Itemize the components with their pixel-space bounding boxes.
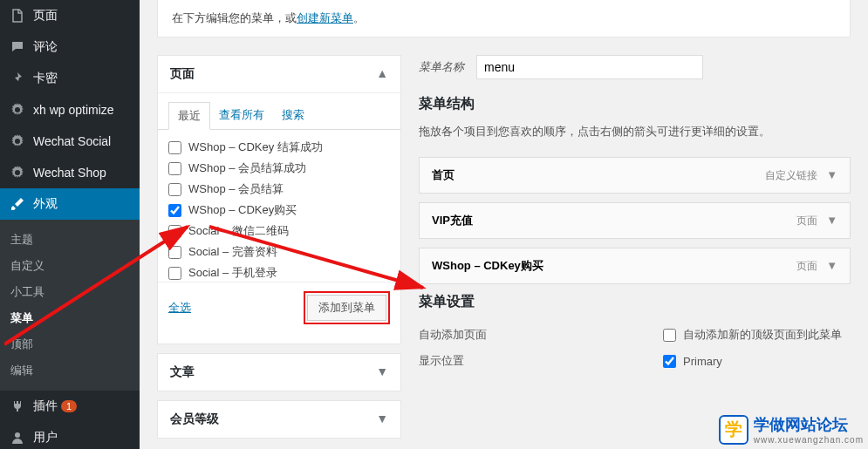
sidebar-item[interactable]: 评论 <box>0 31 140 63</box>
select-all-link[interactable]: 全选 <box>168 300 191 316</box>
page-label: WShop – CDKey购买 <box>188 202 297 218</box>
auto-add-label: 自动添加页面 <box>419 327 663 343</box>
sidebar-sub-item[interactable]: 编辑 <box>0 357 140 384</box>
chat-icon <box>9 38 26 56</box>
sidebar-sub-item[interactable]: 主题 <box>0 227 140 253</box>
menu-item-title: 首页 <box>432 167 455 183</box>
sidebar-item[interactable]: 页面 <box>0 0 140 31</box>
left-column: 页面 ▲ 最近查看所有搜索 WShop – CDKey 结算成功WShop – … <box>157 55 401 447</box>
structure-desc: 拖放各个项目到您喜欢的顺序，点击右侧的箭头可进行更详细的设置。 <box>419 124 851 139</box>
watermark-logo: 学 <box>719 415 748 445</box>
position-label: 显示位置 <box>419 353 663 369</box>
add-to-menu-button[interactable]: 添加到菜单 <box>307 295 386 321</box>
file-icon <box>9 7 26 24</box>
sidebar-item[interactable]: xh wp optimize <box>0 94 140 126</box>
chevron-down-icon: ▼ <box>826 214 837 227</box>
user-icon <box>9 429 26 446</box>
sidebar-item[interactable]: 插件1 <box>0 391 140 422</box>
menu-name-input[interactable] <box>476 55 703 79</box>
tab-1[interactable]: 查看所有 <box>210 102 273 129</box>
gear-icon <box>9 101 26 119</box>
sidebar-label: Wechat Social <box>33 134 111 148</box>
page-checkbox-item[interactable]: Social – 手机登录 <box>168 262 390 282</box>
menu-item-title: VIP充值 <box>432 213 473 228</box>
sidebar-item[interactable]: 卡密 <box>0 63 140 94</box>
sidebar-label: 页面 <box>33 8 58 24</box>
update-badge: 1 <box>61 400 77 412</box>
menu-name-label: 菜单名称 <box>419 59 464 75</box>
page-label: Social – 手机登录 <box>188 265 277 281</box>
main-content: 在下方编辑您的菜单，或创建新菜单。 页面 ▲ 最近查看所有搜索 WShop – … <box>140 0 868 447</box>
pages-accordion: 页面 ▲ 最近查看所有搜索 WShop – CDKey 结算成功WShop – … <box>157 55 401 344</box>
notice-suffix: 。 <box>353 11 365 24</box>
menu-structure-list: 首页自定义链接▼VIP充值页面▼WShop – CDKey购买页面▼ <box>419 157 851 284</box>
auto-add-text: 自动添加新的顶级页面到此菜单 <box>683 327 842 343</box>
page-checkbox-item[interactable]: WShop – 会员结算 <box>168 179 390 200</box>
menu-item-type: 页面 <box>796 260 817 272</box>
sidebar-item[interactable]: Wechat Social <box>0 126 140 157</box>
page-label: WShop – 会员结算成功 <box>188 160 306 176</box>
primary-checkbox[interactable] <box>663 355 676 368</box>
watermark-brand: 学做网站论坛 <box>754 414 864 435</box>
accordion-title: 会员等级 <box>170 412 219 427</box>
page-checkbox[interactable] <box>168 162 181 175</box>
sidebar-sub-item[interactable]: 顶部 <box>0 331 140 357</box>
menu-item-type: 自定义链接 <box>765 169 817 181</box>
structure-heading: 菜单结构 <box>419 95 851 113</box>
pages-accordion-head[interactable]: 页面 ▲ <box>158 56 400 93</box>
page-checkbox[interactable] <box>168 183 181 196</box>
sidebar-sub-item[interactable]: 自定义 <box>0 253 140 279</box>
page-checkbox[interactable] <box>168 225 181 238</box>
sidebar-label: 评论 <box>33 39 58 55</box>
accordion-title: 文章 <box>170 364 195 380</box>
page-checklist[interactable]: WShop – CDKey 结算成功WShop – 会员结算成功WShop – … <box>158 130 400 282</box>
page-checkbox-item[interactable]: WShop – 会员结算成功 <box>168 158 390 179</box>
articles-accordion: 文章 ▼ <box>157 353 401 391</box>
menu-structure-item[interactable]: 首页自定义链接▼ <box>419 157 851 194</box>
sidebar-item-appearance[interactable]: 外观 <box>0 188 140 220</box>
page-checkbox[interactable] <box>168 246 181 259</box>
create-menu-link[interactable]: 创建新菜单 <box>297 11 353 24</box>
page-checkbox[interactable] <box>168 204 181 217</box>
articles-accordion-head[interactable]: 文章 ▼ <box>158 354 400 391</box>
settings-heading: 菜单设置 <box>419 293 851 311</box>
member-accordion: 会员等级 ▼ <box>157 400 401 439</box>
sidebar-item[interactable]: Wechat Shop <box>0 157 140 188</box>
accordion-title: 页面 <box>170 66 195 82</box>
tab-2[interactable]: 搜索 <box>273 102 313 129</box>
plug-icon <box>9 398 26 415</box>
page-checkbox-item[interactable]: Social – 微信二维码 <box>168 221 390 242</box>
menu-structure-item[interactable]: VIP充值页面▼ <box>419 202 851 239</box>
sidebar-label: 外观 <box>33 196 58 212</box>
tab-0[interactable]: 最近 <box>168 102 210 130</box>
watermark: 学 学做网站论坛 www.xuewangzhan.com <box>719 414 864 445</box>
sidebar-sub-item[interactable]: 菜单 <box>0 305 140 331</box>
member-accordion-head[interactable]: 会员等级 ▼ <box>158 401 400 438</box>
highlight-box: 添加到菜单 <box>304 291 390 324</box>
sidebar-item[interactable]: 用户 <box>0 422 140 449</box>
brush-icon <box>9 195 26 213</box>
notice-text: 在下方编辑您的菜单，或 <box>172 11 297 24</box>
page-label: Social – 微信二维码 <box>188 223 289 239</box>
chevron-up-icon: ▲ <box>376 66 388 82</box>
page-checkbox-item[interactable]: WShop – CDKey购买 <box>168 200 390 221</box>
sidebar-label: 插件 <box>33 398 58 414</box>
chevron-down-icon: ▼ <box>376 412 388 427</box>
chevron-down-icon: ▼ <box>826 259 837 272</box>
page-checkbox-item[interactable]: Social – 完善资料 <box>168 242 390 262</box>
auto-add-checkbox[interactable] <box>663 329 676 342</box>
page-checkbox-item[interactable]: WShop – CDKey 结算成功 <box>168 137 390 158</box>
page-label: WShop – CDKey 结算成功 <box>188 139 323 155</box>
page-checkbox[interactable] <box>168 141 181 154</box>
sidebar-label: 用户 <box>33 430 58 446</box>
admin-sidebar: 页面评论卡密xh wp optimizeWechat SocialWechat … <box>0 0 140 449</box>
menu-structure-item[interactable]: WShop – CDKey购买页面▼ <box>419 248 851 284</box>
pin-icon <box>9 70 26 87</box>
page-checkbox[interactable] <box>168 267 181 280</box>
right-column: 菜单名称 菜单结构 拖放各个项目到您喜欢的顺序，点击右侧的箭头可进行更详细的设置… <box>419 55 851 447</box>
sidebar-label: Wechat Shop <box>33 166 106 180</box>
edit-notice: 在下方编辑您的菜单，或创建新菜单。 <box>157 0 851 37</box>
page-tabs: 最近查看所有搜索 <box>158 102 400 130</box>
watermark-url: www.xuewangzhan.com <box>754 435 864 445</box>
sidebar-sub-item[interactable]: 小工具 <box>0 279 140 305</box>
